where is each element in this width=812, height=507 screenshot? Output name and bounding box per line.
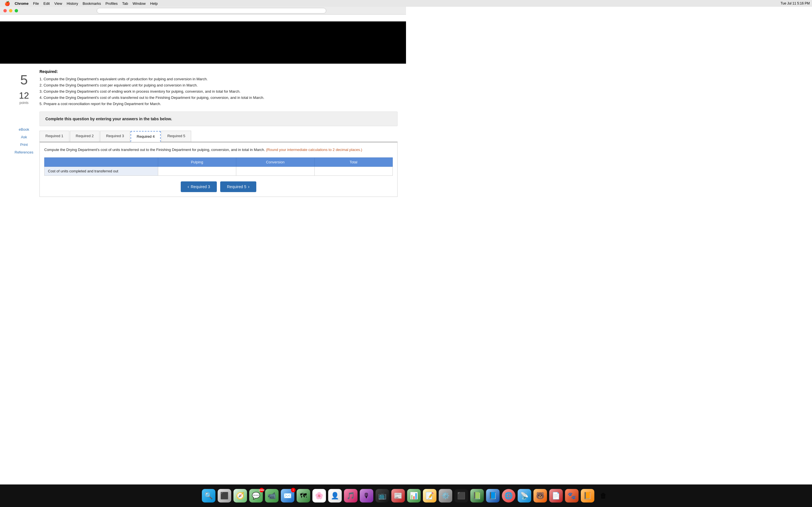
row-label-cost-units: Cost of units completed and transferred … — [45, 167, 158, 176]
references-link[interactable]: References — [15, 150, 33, 154]
ask-link[interactable]: Ask — [21, 135, 27, 139]
prev-button-label: Required 3 — [191, 184, 210, 189]
window-titlebar — [0, 7, 406, 15]
content-area: Required: 1. Compute the Drying Departme… — [40, 69, 406, 197]
prev-arrow-icon: ‹ — [188, 184, 189, 189]
requirement-list: 1. Compute the Drying Department's equiv… — [40, 76, 398, 107]
question-number: 5 — [20, 72, 28, 88]
instruction-box: Complete this question by entering your … — [40, 112, 398, 126]
tab-required-1[interactable]: Required 1 — [40, 131, 69, 142]
pulping-input-cell[interactable] — [158, 167, 236, 176]
tab-required-4[interactable]: Required 4 — [131, 131, 161, 142]
tabs-container: Required 1 Required 2 Required 3 Require… — [40, 131, 398, 142]
apple-menu[interactable]: 🍎 — [2, 1, 12, 6]
ebook-link[interactable]: eBook — [19, 127, 29, 131]
menu-window[interactable]: Window — [130, 1, 148, 6]
address-bar[interactable] — [97, 8, 326, 13]
prev-button[interactable]: ‹ Required 3 — [181, 181, 217, 192]
tab-description: Compute the Drying Department's cost of … — [44, 147, 393, 153]
total-input-cell[interactable] — [314, 167, 393, 176]
table-header-total: Total — [314, 158, 393, 167]
menu-help[interactable]: Help — [148, 1, 160, 6]
next-button[interactable]: Required 5 › — [220, 181, 256, 192]
main-content: 5 12 points eBook Ask Print References R… — [0, 64, 406, 203]
print-link[interactable]: Print — [20, 143, 28, 147]
menu-history[interactable]: History — [64, 1, 80, 6]
menu-view[interactable]: View — [52, 1, 64, 6]
next-button-label: Required 5 — [227, 184, 246, 189]
menu-edit[interactable]: Edit — [41, 1, 52, 6]
menu-tab[interactable]: Tab — [120, 1, 130, 6]
app-name[interactable]: Chrome — [12, 1, 31, 6]
cost-table: Pulping Conversion Total Cost of units c… — [44, 158, 393, 176]
tab-panel: Compute the Drying Department's cost of … — [40, 142, 398, 197]
page-header-image — [0, 21, 406, 64]
points-label: points — [19, 101, 29, 105]
requirement-5: 5. Prepare a cost reconciliation report … — [40, 101, 398, 107]
browser-window — [0, 7, 406, 15]
required-label: Required: — [40, 69, 398, 74]
requirement-2: 2. Compute the Drying Department's cost … — [40, 82, 398, 89]
tab-required-5[interactable]: Required 5 — [161, 131, 191, 142]
window-maximize-button[interactable] — [15, 9, 18, 12]
requirement-1: 1. Compute the Drying Department's equiv… — [40, 76, 398, 82]
menubar: 🍎 Chrome File Edit View History Bookmark… — [0, 0, 406, 7]
conversion-input-cell[interactable] — [236, 167, 314, 176]
menu-file[interactable]: File — [31, 1, 41, 6]
table-header-empty — [45, 158, 158, 167]
sidebar-links: eBook Ask Print References — [15, 127, 33, 154]
requirement-3: 3. Compute the Drying Department's cost … — [40, 89, 398, 95]
points-value: 12 — [19, 91, 29, 101]
tab-required-2[interactable]: Required 2 — [70, 131, 100, 142]
menu-bookmarks[interactable]: Bookmarks — [80, 1, 103, 6]
table-header-pulping: Pulping — [158, 158, 236, 167]
conversion-input[interactable] — [237, 167, 313, 175]
nav-buttons: ‹ Required 3 Required 5 › — [44, 181, 393, 192]
next-arrow-icon: › — [248, 184, 250, 189]
tab-required-3[interactable]: Required 3 — [100, 131, 130, 142]
menu-profiles[interactable]: Profiles — [103, 1, 120, 6]
total-input[interactable] — [315, 167, 392, 175]
table-header-conversion: Conversion — [236, 158, 314, 167]
table-row: Cost of units completed and transferred … — [45, 167, 393, 176]
instruction-text: Complete this question by entering your … — [45, 117, 172, 121]
rounding-note: (Round your intermediate calculations to… — [266, 148, 362, 152]
requirement-4: 4. Compute the Drying Department's cost … — [40, 95, 398, 101]
window-minimize-button[interactable] — [9, 9, 12, 12]
pulping-input[interactable] — [159, 167, 236, 175]
window-close-button[interactable] — [3, 9, 7, 12]
left-sidebar: 5 12 points eBook Ask Print References — [8, 69, 40, 197]
